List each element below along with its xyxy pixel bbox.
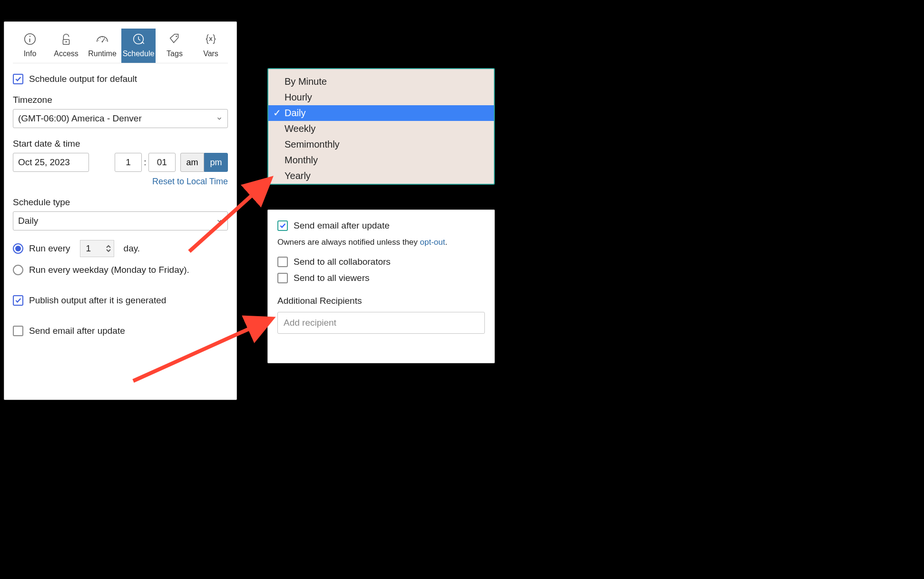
send-viewers-label: Send to all viewers [294, 273, 369, 283]
schedule-type-dropdown: By Minute Hourly Daily Weekly Semimonthl… [267, 68, 495, 185]
dropdown-item-weekly[interactable]: Weekly [268, 121, 494, 137]
am-button[interactable]: am [180, 153, 204, 172]
tab-label: Access [54, 50, 79, 58]
opt-out-link[interactable]: opt-out [420, 238, 445, 247]
tab-access[interactable]: Access [49, 29, 83, 63]
send-email-checkbox[interactable] [13, 326, 23, 336]
lock-open-icon [59, 31, 74, 47]
schedule-settings-panel: Info Access Runtime Schedule Tags [4, 21, 237, 400]
tab-label: Tags [167, 50, 183, 58]
schedule-enable-label: Schedule output for default [29, 74, 137, 84]
send-viewers-checkbox[interactable] [277, 273, 288, 283]
schedule-enable-checkbox[interactable] [13, 74, 23, 84]
tab-vars[interactable]: Vars [194, 29, 228, 63]
tab-label: Info [24, 50, 37, 58]
svg-point-6 [176, 36, 177, 37]
dropdown-caption [268, 69, 494, 74]
run-every-radio[interactable] [13, 243, 23, 254]
date-input[interactable]: Oct 25, 2023 [13, 153, 89, 172]
hour-input[interactable]: 1 [115, 153, 142, 172]
tabbar: Info Access Runtime Schedule Tags [13, 29, 228, 63]
run-weekday-radio[interactable] [13, 265, 23, 275]
gauge-icon [95, 31, 110, 47]
ampm-toggle: am pm [180, 153, 228, 172]
info-icon [22, 31, 38, 47]
send-email-label: Send email after update [29, 326, 125, 336]
vars-icon [203, 31, 218, 47]
run-every-prefix: Run every [29, 243, 70, 254]
tab-info[interactable]: Info [13, 29, 47, 63]
send-collab-label: Send to all collaborators [294, 257, 391, 267]
tab-label: Runtime [88, 50, 117, 58]
run-weekday-label: Run every weekday (Monday to Friday). [29, 265, 189, 275]
reset-local-time-link[interactable]: Reset to Local Time [152, 177, 228, 187]
schedule-type-label: Schedule type [13, 197, 228, 208]
additional-recipients-label: Additional Recipients [277, 296, 485, 306]
svg-point-4 [102, 41, 103, 42]
dropdown-item-hourly[interactable]: Hourly [268, 90, 494, 105]
timezone-value: (GMT-06:00) America - Denver [18, 113, 142, 124]
send-email-checkbox-detail[interactable] [277, 220, 288, 231]
chevron-down-icon [106, 249, 111, 252]
dropdown-item-semimonthly[interactable]: Semimonthly [268, 137, 494, 152]
tab-tags[interactable]: Tags [157, 29, 192, 63]
dropdown-item-daily[interactable]: Daily [268, 105, 494, 121]
email-settings-panel: Send email after update Owners are alway… [267, 210, 495, 363]
tab-label: Vars [203, 50, 218, 58]
chevron-up-icon [106, 245, 111, 249]
publish-output-checkbox[interactable] [13, 295, 23, 306]
minute-input[interactable]: 01 [148, 153, 176, 172]
run-every-suffix: day. [124, 243, 140, 254]
tag-icon [167, 31, 182, 47]
tab-label: Schedule [123, 50, 155, 58]
start-datetime-label: Start date & time [13, 139, 228, 149]
svg-point-3 [66, 41, 67, 42]
dropdown-item-yearly[interactable]: Yearly [268, 168, 494, 184]
send-collab-checkbox[interactable] [277, 257, 288, 267]
schedule-type-value: Daily [18, 216, 38, 226]
tab-schedule[interactable]: Schedule [121, 29, 156, 63]
schedule-type-select[interactable]: Daily [13, 211, 228, 230]
add-recipient-input[interactable]: Add recipient [277, 312, 485, 334]
time-colon: : [142, 157, 148, 168]
publish-output-label: Publish output after it is generated [29, 295, 166, 306]
owners-note: Owners are always notified unless they o… [277, 238, 485, 247]
chevron-down-icon [216, 115, 223, 122]
tab-runtime[interactable]: Runtime [85, 29, 119, 63]
add-recipient-placeholder: Add recipient [284, 318, 336, 328]
send-email-header: Send email after update [294, 220, 390, 231]
chevron-down-icon [216, 218, 223, 224]
svg-point-1 [29, 36, 30, 37]
run-every-stepper[interactable]: 1 [80, 240, 114, 257]
dropdown-item-by-minute[interactable]: By Minute [268, 74, 494, 90]
timezone-select[interactable]: (GMT-06:00) America - Denver [13, 109, 228, 128]
timezone-label: Timezone [13, 95, 228, 105]
pm-button[interactable]: pm [204, 153, 228, 172]
dropdown-item-monthly[interactable]: Monthly [268, 152, 494, 168]
clock-refresh-icon [131, 31, 146, 47]
